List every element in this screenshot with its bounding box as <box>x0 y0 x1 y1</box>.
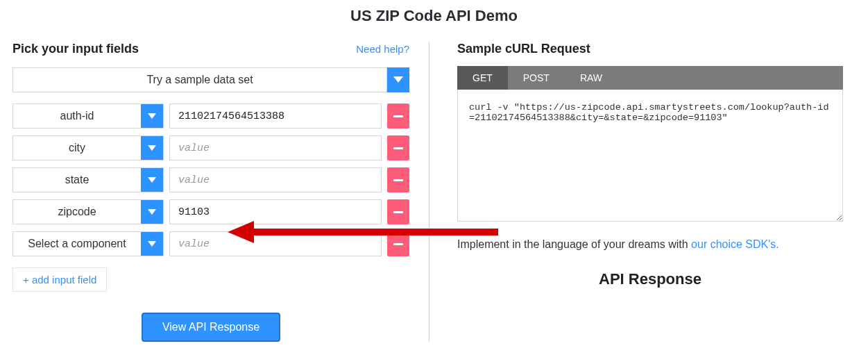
field-row: Select a component <box>12 231 409 256</box>
field-name-city[interactable]: city <box>13 136 141 160</box>
field-dropdown-icon[interactable] <box>141 232 163 256</box>
implement-text: Implement in the language of your dreams… <box>457 238 843 251</box>
tab-raw[interactable]: RAW <box>565 66 618 90</box>
minus-icon <box>393 115 403 117</box>
help-link[interactable]: Need help? <box>356 43 409 55</box>
field-name-auth-id[interactable]: auth-id <box>13 104 141 128</box>
right-pane: Sample cURL Request GET POST RAW curl -v… <box>429 42 856 342</box>
api-response-heading: API Response <box>457 270 843 288</box>
field-dropdown-icon[interactable] <box>141 200 163 224</box>
field-row: zipcode <box>12 199 409 224</box>
remove-field-button[interactable] <box>387 231 409 256</box>
curl-request-box[interactable]: curl -v "https://us-zipcode.api.smartyst… <box>457 90 843 222</box>
tab-post[interactable]: POST <box>508 66 565 90</box>
tab-get[interactable]: GET <box>457 66 508 90</box>
field-row: auth-id <box>12 104 409 129</box>
field-name-select-component[interactable]: Select a component <box>13 232 141 256</box>
right-heading: Sample cURL Request <box>457 42 590 56</box>
minus-icon <box>393 243 403 245</box>
field-name-state[interactable]: state <box>13 168 141 192</box>
field-name-zipcode[interactable]: zipcode <box>13 200 141 224</box>
sample-dataset-select[interactable]: Try a sample data set <box>12 67 387 92</box>
field-row: city <box>12 135 409 160</box>
left-heading: Pick your input fields <box>12 42 139 56</box>
field-row: state <box>12 167 409 192</box>
field-value-zipcode[interactable] <box>169 199 382 224</box>
svg-marker-2 <box>148 145 156 151</box>
sample-dataset-dropdown-icon[interactable] <box>387 67 409 92</box>
field-value-city[interactable] <box>169 135 382 160</box>
add-input-field-button[interactable]: + add input field <box>12 267 107 292</box>
svg-marker-3 <box>148 177 156 183</box>
remove-field-button[interactable] <box>387 135 409 160</box>
minus-icon <box>393 179 403 181</box>
field-dropdown-icon[interactable] <box>141 136 163 160</box>
remove-field-button[interactable] <box>387 167 409 192</box>
field-value-auth-id[interactable] <box>169 104 382 129</box>
field-value-select-component[interactable] <box>169 231 382 256</box>
field-value-state[interactable] <box>169 167 382 192</box>
svg-marker-0 <box>393 76 403 83</box>
page-title: US ZIP Code API Demo <box>0 0 868 42</box>
remove-field-button[interactable] <box>387 104 409 129</box>
field-dropdown-icon[interactable] <box>141 104 163 128</box>
remove-field-button[interactable] <box>387 199 409 224</box>
svg-marker-4 <box>148 209 156 215</box>
implement-prefix: Implement in the language of your dreams… <box>457 238 691 250</box>
minus-icon <box>393 147 403 149</box>
svg-marker-5 <box>148 241 156 247</box>
view-api-response-button[interactable]: View API Response <box>142 313 280 342</box>
field-dropdown-icon[interactable] <box>141 168 163 192</box>
sdk-link[interactable]: our choice SDK's. <box>691 238 779 250</box>
request-tabs: GET POST RAW <box>457 66 843 90</box>
minus-icon <box>393 211 403 213</box>
svg-marker-1 <box>148 113 156 119</box>
left-pane: Pick your input fields Need help? Try a … <box>12 42 429 342</box>
